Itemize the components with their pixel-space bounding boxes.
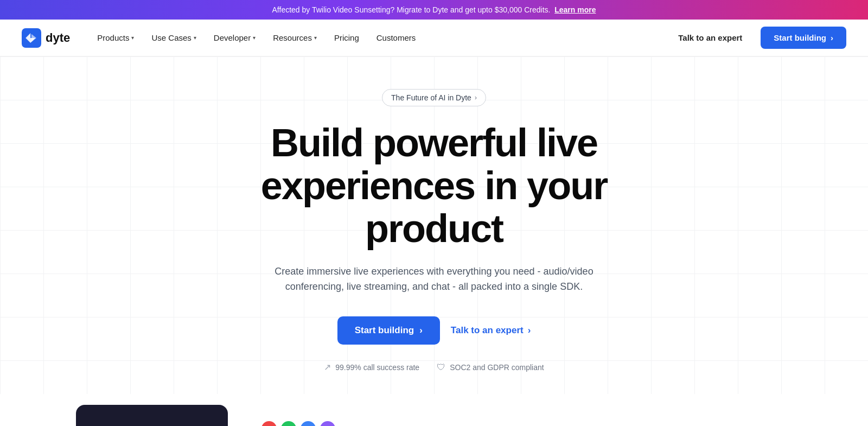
ai-badge[interactable]: The Future of AI in Dyte › [382,89,486,106]
dyte-logo-icon [22,28,41,48]
hero-start-chevron-icon: › [419,325,423,336]
navbar: dyte Products ▾ Use Cases ▾ Developer ▾ … [0,20,868,56]
nav-pricing[interactable]: Pricing [327,29,367,47]
hero-buttons: Start building › Talk to an expert › [190,316,678,345]
avatar-circle-2 [280,420,297,426]
call-success-text: 99.99% call success rate [335,363,419,372]
nav-actions: Talk to an expert Start building › [671,27,846,49]
compliance-badge: 🛡 SOC2 and GDPR compliant [437,363,544,372]
use-cases-chevron-icon: ▾ [194,35,196,41]
call-success-badge: ↗ 99.99% call success rate [324,362,419,372]
hero-section: The Future of AI in Dyte › Build powerfu… [0,56,868,394]
banner-link[interactable]: Learn more [554,5,596,14]
preview-dark-box [76,405,228,426]
avatar-circle-3 [299,420,317,426]
shield-icon: 🛡 [437,363,445,372]
hero-content: The Future of AI in Dyte › Build powerfu… [190,89,678,372]
nav-developer[interactable]: Developer ▾ [206,29,263,47]
hero-talk-to-expert-button[interactable]: Talk to an expert › [451,325,531,336]
nav-links: Products ▾ Use Cases ▾ Developer ▾ Resou… [90,29,671,47]
nav-use-cases[interactable]: Use Cases ▾ [144,29,203,47]
nav-customers[interactable]: Customers [369,29,424,47]
hero-title: Build powerful live experiences in your … [190,122,678,251]
start-chevron-icon: › [831,33,833,42]
hero-subtitle: Create immersive live experiences with e… [266,264,602,295]
resources-chevron-icon: ▾ [314,35,317,41]
chart-icon: ↗ [324,362,331,372]
compliance-text: SOC2 and GDPR compliant [450,363,544,372]
ai-badge-text: The Future of AI in Dyte [391,93,471,102]
start-building-button[interactable]: Start building › [761,27,846,49]
logo-text: dyte [46,31,70,45]
nav-products[interactable]: Products ▾ [90,29,142,47]
nav-resources[interactable]: Resources ▾ [265,29,324,47]
ai-badge-chevron-icon: › [475,94,477,101]
hero-start-building-button[interactable]: Start building › [337,316,440,345]
banner-text: Affected by Twilio Video Sunsetting? Mig… [272,5,551,14]
preview-area [0,394,868,426]
avatar-circle-1 [260,420,278,426]
developer-chevron-icon: ▾ [253,35,256,41]
hero-talk-chevron-icon: › [528,325,531,336]
preview-avatar-circles [260,420,336,426]
logo[interactable]: dyte [22,28,70,48]
talk-to-expert-button[interactable]: Talk to an expert [671,29,750,47]
hero-trust-badges: ↗ 99.99% call success rate 🛡 SOC2 and GD… [190,362,678,372]
avatar-circle-4 [319,420,336,426]
products-chevron-icon: ▾ [131,35,134,41]
announcement-banner: Affected by Twilio Video Sunsetting? Mig… [0,0,868,20]
